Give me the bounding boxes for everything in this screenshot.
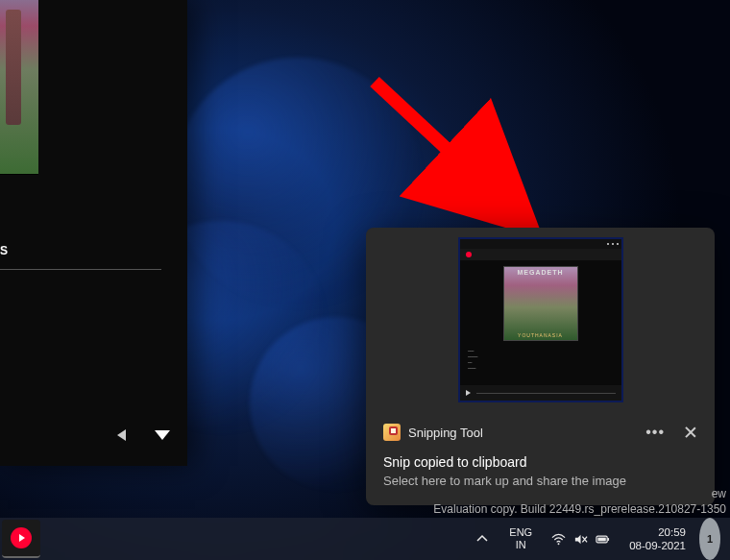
system-tray: ENG IN 20:59 08-09-: [465, 518, 730, 560]
snip-thumbnail[interactable]: MEGADETH YOUTHANASIA ━━━━━━━━━━━━━━: [458, 237, 623, 402]
previous-icon[interactable]: [117, 429, 126, 441]
taskbar-app-youtube-music[interactable]: [2, 520, 40, 558]
battery-icon: [596, 532, 610, 547]
youtube-music-icon: [11, 527, 32, 548]
taskbar: ENG IN 20:59 08-09-: [0, 518, 730, 560]
wifi-icon: [551, 532, 566, 547]
snip-notification[interactable]: MEGADETH YOUTHANASIA ━━━━━━━━━━━━━━ Snip…: [366, 228, 715, 505]
more-icon[interactable]: •••: [645, 425, 665, 440]
player-controls: [0, 404, 187, 466]
snipping-tool-icon: [383, 424, 401, 441]
media-player-window: S: [0, 0, 187, 466]
thumbnail-band-name: MEGADETH: [504, 269, 577, 276]
close-icon[interactable]: [684, 426, 697, 439]
tray-overflow-button[interactable]: [465, 518, 499, 560]
svg-point-2: [558, 543, 560, 545]
clock-date: 08-09-2021: [629, 539, 686, 552]
notification-count: 1: [707, 533, 713, 545]
notification-center-badge[interactable]: 1: [699, 518, 720, 560]
notification-title: Snip copied to clipboard: [383, 454, 697, 470]
svg-rect-5: [598, 537, 606, 541]
language-indicator[interactable]: ENG IN: [499, 518, 542, 560]
thumbnail-album-title: YOUTHANASIA: [504, 332, 577, 338]
clock-time: 20:59: [629, 525, 686, 539]
watermark-line2: Evaluation copy. Build 22449.rs_prerelea…: [433, 501, 726, 517]
volume-muted-icon: [573, 532, 588, 547]
quick-settings[interactable]: [542, 518, 620, 560]
language-bottom: IN: [509, 539, 532, 551]
chevron-up-icon: [476, 533, 488, 545]
clock[interactable]: 20:59 08-09-2021: [620, 518, 695, 560]
expand-down-icon[interactable]: [155, 430, 170, 440]
thumbnail-album-art: MEGADETH YOUTHANASIA: [503, 266, 578, 341]
section-header-letter: S: [0, 244, 161, 270]
windows-watermark: ew Evaluation copy. Build 22449.rs_prere…: [433, 486, 726, 517]
svg-rect-4: [608, 538, 609, 541]
watermark-line1: ew: [433, 486, 726, 501]
notification-app-name: Snipping Tool: [408, 426, 638, 440]
language-top: ENG: [509, 526, 532, 539]
